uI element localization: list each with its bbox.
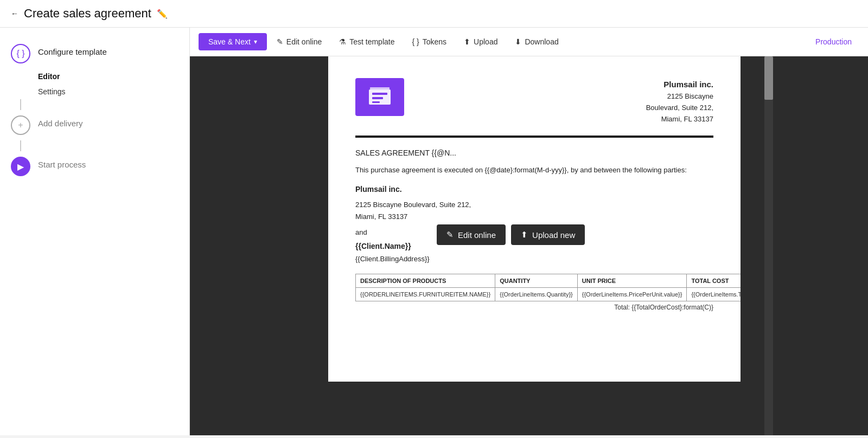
download-label: Download xyxy=(525,37,558,46)
save-next-button[interactable]: Save & Next ▾ xyxy=(199,33,267,50)
overlay-buttons: ✎ Edit online ⬆ Upload new xyxy=(437,224,585,245)
upload-icon: ⬆ xyxy=(464,37,470,46)
back-button[interactable]: ← xyxy=(11,9,18,18)
top-bar: ← Create sales agreement ✏️ xyxy=(0,0,868,28)
production-label: Production xyxy=(815,37,852,46)
preview-side-left xyxy=(285,56,328,435)
main-layout: { } Configure template Editor Settings +… xyxy=(0,28,868,435)
doc-client-address: {{Client.BillingAddress}} xyxy=(355,255,713,263)
step-content-configure: Configure template xyxy=(38,44,107,56)
overlay-upload-label: Upload new xyxy=(532,230,575,240)
page-title-text: Create sales agreement xyxy=(24,7,151,21)
step-icon-add-delivery: + xyxy=(11,115,30,135)
doc-body-text: This purchase agreement is executed on {… xyxy=(355,165,713,176)
step-label-add-delivery: Add delivery xyxy=(38,119,83,128)
connector-line-2 xyxy=(20,140,21,151)
step-content-start-process: Start process xyxy=(38,157,86,169)
edit-online-icon: ✎ xyxy=(277,37,283,46)
page-title: Create sales agreement ✏️ xyxy=(24,7,168,21)
table-cell-quantity: {{OrderLineItems.Quantity}} xyxy=(495,288,578,301)
connector-line-1 xyxy=(20,99,21,110)
tokens-button[interactable]: { } Tokens xyxy=(404,33,454,50)
table-cell-description: {{ORDERLINEITEMS.FURNITUREITEM.NAME}} xyxy=(356,288,495,301)
table-header-description: DESCRIPTION OF PRODUCTS xyxy=(356,274,495,288)
doc-title-line: SALES AGREEMENT {{@N... xyxy=(355,149,713,157)
preview-side-right xyxy=(741,56,773,435)
step-label-start-process: Start process xyxy=(38,160,86,169)
test-template-button[interactable]: ⚗ Test template xyxy=(331,33,402,50)
production-button[interactable]: Production xyxy=(808,33,859,50)
sidebar: { } Configure template Editor Settings +… xyxy=(0,28,190,435)
table-row: {{ORDERLINEITEMS.FURNITUREITEM.NAME}} {{… xyxy=(356,288,741,301)
doc-address-full: 2125 Biscayne Boulevard, Suite 212, Miam… xyxy=(355,199,713,223)
svg-rect-2 xyxy=(372,97,383,99)
company-address-3: Miami, FL 33137 xyxy=(646,114,713,125)
doc-address-line1: 2125 Biscayne Boulevard, Suite 212, xyxy=(355,201,471,209)
test-template-label: Test template xyxy=(349,37,394,46)
svg-rect-4 xyxy=(370,87,390,89)
sidebar-item-configure-template[interactable]: { } Configure template xyxy=(0,38,189,69)
svg-rect-1 xyxy=(372,93,387,95)
overlay-edit-online-button[interactable]: ✎ Edit online xyxy=(437,224,506,245)
doc-header: Plumsail inc. 2125 Biscayne Boulevard, S… xyxy=(355,78,713,125)
preview-document: Plumsail inc. 2125 Biscayne Boulevard, S… xyxy=(328,56,741,382)
edit-title-icon[interactable]: ✏️ xyxy=(157,9,168,19)
sidebar-sub-settings[interactable]: Settings xyxy=(38,84,189,99)
preview-wrapper: Plumsail inc. 2125 Biscayne Boulevard, S… xyxy=(190,56,868,435)
svg-rect-3 xyxy=(372,101,380,103)
configure-sub-items: Editor Settings xyxy=(0,69,189,99)
download-icon: ⬇ xyxy=(515,37,521,46)
edit-online-label: Edit online xyxy=(286,37,322,46)
save-next-dropdown-arrow: ▾ xyxy=(254,38,257,46)
table-header-row: DESCRIPTION OF PRODUCTS QUANTITY UNIT PR… xyxy=(356,274,741,288)
company-name: Plumsail inc. xyxy=(646,78,713,91)
sidebar-item-add-delivery[interactable]: + Add delivery xyxy=(0,110,189,140)
company-address-1: 2125 Biscayne xyxy=(646,91,713,102)
overlay-edit-label: Edit online xyxy=(458,230,496,240)
overlay-upload-icon: ⬆ xyxy=(521,230,528,240)
sidebar-item-start-process[interactable]: ▶ Start process xyxy=(0,151,189,182)
table-cell-unit-price: {{OrderLineItems.PricePerUnit.value}} xyxy=(577,288,687,301)
doc-table: DESCRIPTION OF PRODUCTS QUANTITY UNIT PR… xyxy=(355,274,741,301)
doc-company-bold: Plumsail inc. xyxy=(355,185,713,194)
table-header-total-cost: TOTAL COST xyxy=(687,274,741,288)
table-cell-total-cost: {{OrderLineItems.TotalCost}:format(C)} xyxy=(687,288,741,301)
content-area: Save & Next ▾ ✎ Edit online ⚗ Test templ… xyxy=(190,28,868,435)
doc-divider xyxy=(355,136,713,138)
step-icon-start-process: ▶ xyxy=(11,157,30,176)
doc-table-footer: Total: {{TotalOrderCost}:format(C)} xyxy=(355,304,713,311)
table-header-quantity: QUANTITY xyxy=(495,274,578,288)
company-logo-svg xyxy=(367,84,393,110)
company-info: Plumsail inc. 2125 Biscayne Boulevard, S… xyxy=(646,78,713,125)
scrollbar-thumb[interactable] xyxy=(764,56,773,100)
company-address-2: Boulevard, Suite 212, xyxy=(646,102,713,114)
doc-city-state: Miami, FL 33137 xyxy=(355,212,407,221)
company-logo xyxy=(355,78,404,116)
sidebar-sub-editor[interactable]: Editor xyxy=(38,69,189,84)
step-icon-configure: { } xyxy=(11,44,30,63)
overlay-edit-icon: ✎ xyxy=(446,230,454,240)
step-label-configure: Configure template xyxy=(38,47,107,56)
tokens-label: Tokens xyxy=(423,37,446,46)
overlay-upload-new-button[interactable]: ⬆ Upload new xyxy=(511,224,585,245)
save-next-label: Save & Next xyxy=(208,37,251,46)
back-arrow-icon: ← xyxy=(11,9,18,18)
upload-button[interactable]: ⬆ Upload xyxy=(456,33,505,50)
tokens-icon: { } xyxy=(412,37,419,46)
test-template-icon: ⚗ xyxy=(339,37,346,46)
step-content-add-delivery: Add delivery xyxy=(38,115,83,128)
table-header-unit-price: UNIT PRICE xyxy=(577,274,687,288)
upload-label: Upload xyxy=(474,37,497,46)
scrollbar-track[interactable] xyxy=(764,56,773,435)
edit-online-button[interactable]: ✎ Edit online xyxy=(269,33,329,50)
toolbar: Save & Next ▾ ✎ Edit online ⚗ Test templ… xyxy=(190,28,868,56)
download-button[interactable]: ⬇ Download xyxy=(507,33,566,50)
